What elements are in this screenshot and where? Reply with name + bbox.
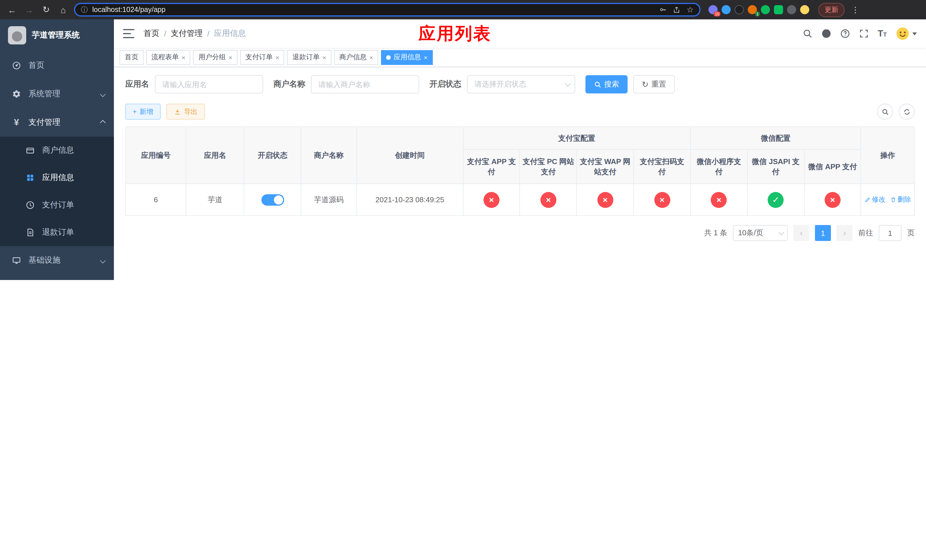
add-button[interactable]: + 新增 (125, 104, 160, 120)
pagination: 共 1 条 10条/页 ‹ 1 › 前往 页 (125, 225, 915, 241)
extension-icon[interactable]: 1 (748, 5, 757, 14)
sidebar-item-payment-orders[interactable]: 支付订单 (0, 191, 114, 219)
tab-close-icon[interactable]: × (182, 54, 185, 61)
browser-reload-icon[interactable]: ↻ (40, 5, 52, 15)
chevron-up-icon (100, 120, 106, 125)
extension-badge: 10 (714, 11, 720, 17)
page-number-button[interactable]: 1 (815, 225, 831, 241)
tab-app-info[interactable]: 应用信息 × (381, 50, 433, 65)
status-cross-icon: × (825, 192, 841, 207)
extension-icon[interactable] (800, 5, 809, 14)
status-cross-icon: × (711, 192, 727, 207)
breadcrumb-item[interactable]: 首页 (144, 29, 159, 39)
extension-icon[interactable] (774, 5, 783, 14)
sidebar-item-payment[interactable]: ¥ 支付管理 (0, 108, 114, 137)
trash-icon (890, 197, 896, 203)
sidebar-item-merchant-info[interactable]: 商户信息 (0, 137, 114, 164)
plus-icon: + (133, 107, 137, 116)
browser-update-button[interactable]: 更新 (819, 3, 844, 17)
status-cross-icon: × (654, 192, 670, 207)
page-size-select[interactable]: 10条/页 (733, 225, 788, 241)
tab-close-icon[interactable]: × (275, 54, 279, 61)
edit-link[interactable]: 修改 (864, 195, 885, 204)
url-text: localhost:1024/pay/app (92, 6, 655, 14)
sidebar-item-refund-orders[interactable]: 退款订单 (0, 219, 114, 246)
sidebar-item-system[interactable]: 系统管理 (0, 80, 114, 108)
tab-close-icon[interactable]: × (424, 54, 427, 61)
extension-icon[interactable] (735, 5, 744, 14)
pagination-total: 共 1 条 (704, 228, 727, 238)
col-header-created: 创建时间 (357, 127, 463, 184)
sidebar-item-label: 应用信息 (42, 173, 74, 183)
tab-label: 用户分组 (198, 52, 226, 62)
app-name-input[interactable] (155, 75, 263, 94)
status-cross-icon: × (540, 192, 557, 207)
sidebar-item-dev-tools[interactable]: 研发工具 (0, 275, 114, 280)
tab-merchant-info[interactable]: 商户信息 × (334, 50, 378, 65)
goto-label: 前往 (858, 228, 873, 238)
tab-close-icon[interactable]: × (322, 54, 326, 61)
status-select-placeholder: 请选择开启状态 (474, 79, 526, 89)
extension-icon[interactable] (722, 5, 731, 14)
sidebar-item-label: 首页 (29, 61, 44, 71)
status-select[interactable]: 请选择开启状态 (467, 75, 575, 94)
breadcrumb-item[interactable]: 支付管理 (171, 29, 203, 39)
search-icon (881, 108, 889, 115)
tab-process-form[interactable]: 流程表单 × (146, 50, 191, 65)
extension-icon[interactable] (787, 5, 796, 14)
sidebar-item-infrastructure[interactable]: 基础设施 (0, 246, 114, 275)
prev-page-button[interactable]: ‹ (793, 225, 809, 241)
refresh-table-button[interactable] (899, 104, 915, 120)
browser-back-icon[interactable]: ← (6, 5, 18, 15)
sidebar-logo[interactable]: 芋道管理系统 (0, 20, 114, 51)
next-page-button[interactable]: › (837, 225, 853, 241)
breadcrumb-separator: / (207, 29, 210, 38)
browser-menu-icon[interactable]: ⋮ (849, 5, 862, 14)
font-size-icon[interactable]: TT (878, 29, 887, 38)
browser-home-icon[interactable]: ⌂ (57, 5, 70, 15)
browser-forward-icon[interactable]: → (23, 5, 35, 15)
search-icon[interactable] (802, 29, 813, 39)
tab-close-icon[interactable]: × (228, 54, 232, 61)
col-header-actions: 操作 (861, 127, 914, 184)
tab-payment-orders[interactable]: 支付订单 × (240, 50, 284, 65)
table-row: 6 芋道 芋道源码 2021-10-23 08:49:25 × × × × × … (126, 184, 914, 216)
merchant-name-input[interactable] (311, 75, 419, 94)
extension-icon[interactable]: 10 (708, 5, 717, 14)
col-header-alipay-wap: 支付宝 WAP 网站支付 (577, 150, 634, 184)
password-key-icon[interactable] (659, 6, 667, 14)
delete-link[interactable]: 删除 (890, 195, 911, 204)
browser-chrome: ← → ↻ ⌂ ⓘ localhost:1024/pay/app ☆ 10 1 (0, 0, 926, 20)
share-icon[interactable] (673, 6, 681, 14)
help-icon[interactable] (840, 29, 850, 39)
tab-home[interactable]: 首页 (120, 50, 144, 65)
monitor-icon (11, 255, 22, 265)
hamburger-icon[interactable] (123, 29, 135, 38)
page-info-icon[interactable]: ⓘ (81, 5, 88, 15)
extension-icon[interactable] (761, 5, 770, 14)
tab-user-group[interactable]: 用户分组 × (193, 50, 238, 65)
cell-created-time: 2021-10-23 08:49:25 (357, 184, 463, 216)
pencil-icon (864, 197, 870, 203)
user-avatar[interactable] (895, 26, 917, 41)
fullscreen-icon[interactable] (859, 29, 869, 39)
toggle-search-button[interactable] (877, 104, 893, 120)
search-icon (594, 80, 601, 88)
github-icon[interactable] (821, 29, 831, 39)
status-toggle[interactable] (261, 194, 284, 205)
tab-refund-orders[interactable]: 退款订单 × (287, 50, 331, 65)
tab-close-icon[interactable]: × (369, 54, 373, 61)
refresh-icon (903, 108, 910, 115)
sidebar-item-home[interactable]: 首页 (0, 51, 114, 80)
search-button[interactable]: 搜索 (586, 75, 628, 94)
sidebar-item-app-info[interactable]: 应用信息 (0, 164, 114, 191)
reset-button[interactable]: ↻ 重置 (633, 75, 675, 94)
breadcrumb: 首页 / 支付管理 / 应用信息 (144, 29, 246, 39)
goto-page-input[interactable] (879, 225, 902, 241)
bookmark-star-icon[interactable]: ☆ (687, 5, 694, 14)
export-button[interactable]: 导出 (166, 104, 205, 120)
cell-app-id: 6 (126, 184, 186, 216)
browser-url-bar[interactable]: ⓘ localhost:1024/pay/app ☆ (74, 3, 701, 17)
avatar-emoji-icon (895, 26, 910, 41)
dashboard-icon (11, 61, 22, 71)
